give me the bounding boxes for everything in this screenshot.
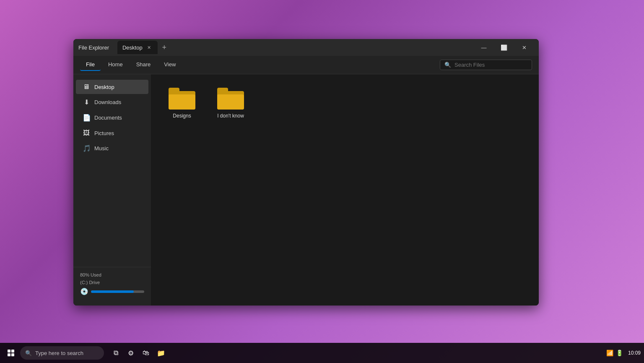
taskbar-search-icon: 🔍 bbox=[25, 350, 32, 356]
taskbar-icons: ⧉ ⚙ 🛍 📁 bbox=[109, 346, 168, 360]
sidebar-item-documents[interactable]: 📄 Documents bbox=[76, 110, 148, 125]
maximize-button[interactable]: ⬜ bbox=[494, 41, 514, 54]
taskbar-icon-store[interactable]: 🛍 bbox=[139, 346, 153, 360]
folder-designs[interactable]: Designs bbox=[161, 84, 203, 122]
file-explorer-window: File Explorer Desktop ✕ + — ⬜ ✕ File Hom… bbox=[73, 39, 539, 306]
taskbar: 🔍 Type here to search ⧉ ⚙ 🛍 📁 📶 🔋 10:09 bbox=[0, 343, 644, 363]
titlebar: File Explorer Desktop ✕ + — ⬜ ✕ bbox=[73, 39, 539, 56]
sidebar-item-desktop[interactable]: 🖥 Desktop bbox=[76, 80, 148, 94]
tab-bar: Desktop ✕ + bbox=[117, 41, 474, 54]
search-box[interactable]: 🔍 bbox=[440, 60, 532, 70]
drive-bar-track bbox=[91, 290, 144, 293]
folder-idk[interactable]: I don't know bbox=[210, 84, 252, 122]
taskbar-icon-settings[interactable]: ⚙ bbox=[124, 346, 138, 360]
file-area: Designs I don't know bbox=[151, 74, 539, 306]
sidebar-label-music: Music bbox=[94, 145, 109, 151]
ribbon-tab-view[interactable]: View bbox=[158, 59, 182, 71]
tab-label: Desktop bbox=[122, 44, 143, 51]
taskbar-icon-explorer[interactable]: 📁 bbox=[154, 346, 168, 360]
tab-close-button[interactable]: ✕ bbox=[146, 44, 153, 51]
sidebar-item-pictures[interactable]: 🖼 Pictures bbox=[76, 126, 148, 140]
start-button[interactable] bbox=[3, 345, 18, 360]
folder-idk-label: I don't know bbox=[217, 113, 244, 119]
ribbon-tab-share[interactable]: Share bbox=[130, 59, 157, 71]
close-button[interactable]: ✕ bbox=[514, 41, 534, 54]
music-icon: 🎵 bbox=[83, 144, 90, 152]
tab-desktop[interactable]: Desktop ✕ bbox=[117, 41, 158, 54]
main-content: 🖥 Desktop ⬇ Downloads 📄 Documents 🖼 Pict… bbox=[73, 74, 539, 306]
downloads-icon: ⬇ bbox=[83, 98, 90, 106]
search-input[interactable] bbox=[454, 62, 527, 68]
window-controls: — ⬜ ✕ bbox=[474, 41, 534, 54]
ribbon-tab-home[interactable]: Home bbox=[102, 59, 129, 71]
app-title: File Explorer bbox=[78, 44, 109, 51]
drive-bar-container: 💿 bbox=[80, 287, 144, 295]
drive-usage-label: 80% Used bbox=[80, 272, 144, 277]
ribbon-tab-file[interactable]: File bbox=[80, 59, 101, 71]
folder-idk-icon bbox=[217, 88, 244, 110]
documents-icon: 📄 bbox=[83, 114, 90, 122]
clock: 10:09 bbox=[628, 350, 641, 356]
drive-bar-fill bbox=[91, 290, 134, 293]
minimize-button[interactable]: — bbox=[474, 41, 493, 54]
battery-icon: 🔋 bbox=[616, 350, 623, 356]
taskbar-search[interactable]: 🔍 Type here to search bbox=[20, 346, 104, 360]
pictures-icon: 🖼 bbox=[83, 129, 90, 137]
drive-info-section: 80% Used (C:) Drive 💿 bbox=[73, 267, 151, 300]
search-icon: 🔍 bbox=[444, 62, 451, 68]
sidebar-label-desktop: Desktop bbox=[94, 84, 114, 90]
drive-name-label: (C:) Drive bbox=[80, 280, 144, 285]
folder-designs-label: Designs bbox=[173, 113, 191, 119]
desktop-icon: 🖥 bbox=[83, 83, 90, 91]
sidebar-item-music[interactable]: 🎵 Music bbox=[76, 141, 148, 156]
ribbon: File Home Share View 🔍 bbox=[73, 56, 539, 74]
sidebar-item-downloads[interactable]: ⬇ Downloads bbox=[76, 95, 148, 110]
sidebar-label-pictures: Pictures bbox=[94, 130, 114, 136]
wifi-icon: 📶 bbox=[606, 350, 613, 356]
new-tab-button[interactable]: + bbox=[158, 42, 170, 53]
sidebar-label-downloads: Downloads bbox=[94, 99, 121, 105]
folder-designs-icon bbox=[169, 88, 195, 110]
drive-disk-icon: 💿 bbox=[80, 287, 88, 295]
taskbar-search-placeholder: Type here to search bbox=[35, 350, 83, 356]
windows-logo-icon bbox=[8, 350, 14, 356]
taskbar-right: 📶 🔋 10:09 bbox=[606, 350, 641, 356]
system-tray-icons: 📶 🔋 bbox=[606, 350, 623, 356]
task-view-button[interactable]: ⧉ bbox=[109, 346, 122, 360]
sidebar: 🖥 Desktop ⬇ Downloads 📄 Documents 🖼 Pict… bbox=[73, 74, 151, 306]
sidebar-label-documents: Documents bbox=[94, 115, 122, 121]
